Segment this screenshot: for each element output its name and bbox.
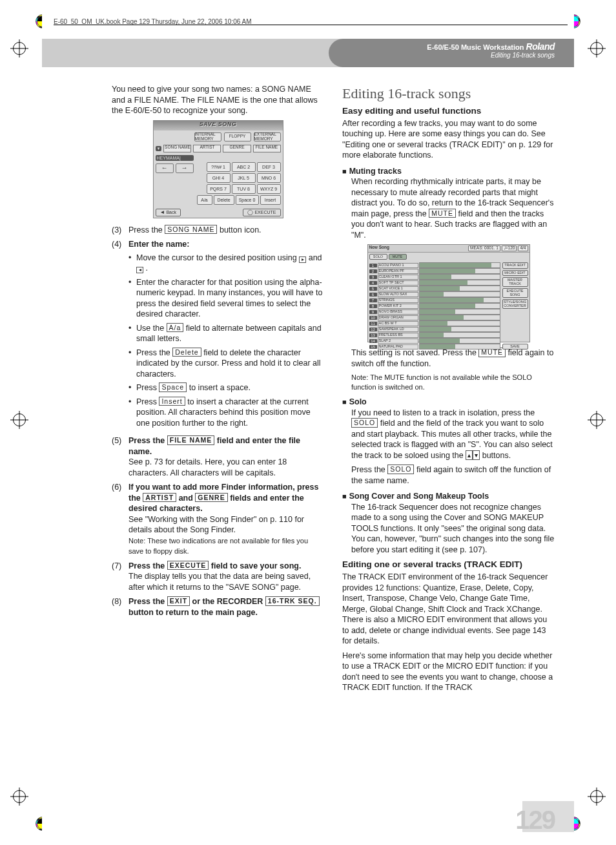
content-columns: You need to give your song two names: a … bbox=[112, 84, 555, 806]
reg-mark bbox=[13, 42, 26, 55]
down-key-icon: ▾ bbox=[473, 450, 480, 460]
solo-heading: Solo bbox=[342, 397, 555, 408]
ss-field: ARTIST bbox=[193, 145, 221, 152]
ss-field: FILE NAME bbox=[253, 145, 281, 152]
easy-heading: Easy editing and useful functions bbox=[342, 105, 555, 117]
step3-pre: Press the bbox=[128, 225, 165, 235]
note-text: Note: These two indications are not avai… bbox=[128, 537, 308, 556]
ss-tab: EXTERNAL MEMORY bbox=[254, 132, 281, 141]
reg-mark bbox=[590, 790, 603, 803]
doc-section: Editing 16-track songs bbox=[491, 52, 555, 59]
ss-arrow-left: ← bbox=[156, 163, 174, 173]
step4: Enter the name: bbox=[128, 240, 189, 249]
execute-button: EXECUTE bbox=[167, 561, 209, 570]
brand-logo: Roland bbox=[526, 41, 555, 52]
cursor-left-icon: ◂ bbox=[136, 267, 143, 273]
product-name: E-60/E-50 Music Workstation bbox=[427, 43, 524, 51]
delete-button: Delete bbox=[172, 348, 201, 357]
left-column: You need to give your song two names: a … bbox=[112, 84, 324, 806]
file-name-button: FILE NAME bbox=[167, 435, 215, 445]
space-button: Space bbox=[159, 382, 187, 392]
song-name-button: SONG NAME bbox=[165, 225, 217, 235]
genre-button: GENRE bbox=[195, 493, 227, 503]
track-screenshot: New Song MEAS: 0001. 1 ♩=120 4/4 SOLO MU… bbox=[367, 244, 530, 342]
exit-button: EXIT bbox=[167, 596, 190, 606]
cursor-right-icon: ▸ bbox=[299, 256, 306, 263]
header-tab: E-60/E-50 Music Workstation Roland Editi… bbox=[329, 39, 574, 67]
ss-title: SAVE SONG bbox=[154, 121, 283, 130]
ss-name-value: HEYMAMA| bbox=[156, 155, 194, 161]
mute-note: Note: The MUTE function is not available… bbox=[351, 373, 555, 391]
intro-text: You need to give your song two names: a … bbox=[112, 84, 324, 116]
easy-body: After recording a few tracks, you may wa… bbox=[342, 118, 555, 161]
mute-button: MUTE bbox=[429, 209, 456, 218]
solo-button: SOLO bbox=[387, 464, 414, 474]
section-title: Editing 16-track songs bbox=[342, 84, 555, 103]
ss-field: SONG NAME bbox=[163, 145, 191, 152]
page: E-60_50_OM_UK.book Page 129 Thursday, Ju… bbox=[42, 13, 574, 832]
mute-heading: Muting tracks bbox=[342, 166, 555, 177]
ss-field: GENRE bbox=[223, 145, 251, 152]
seq-button: 16-TRK SEQ. bbox=[265, 596, 320, 606]
reg-mark bbox=[590, 42, 603, 55]
ss-back: ◄ Back bbox=[156, 209, 181, 216]
insert-button: Insert bbox=[159, 397, 185, 406]
up-key-icon: ▴ bbox=[466, 450, 473, 460]
reg-mark bbox=[590, 413, 603, 426]
step3-post: button icon. bbox=[220, 225, 262, 235]
ss-arrow-right: → bbox=[176, 163, 194, 173]
right-column: Editing 16-track songs Easy editing and … bbox=[342, 84, 555, 806]
page-number: 129 bbox=[515, 806, 555, 835]
ss-tab: INTERNAL MEMORY bbox=[194, 132, 221, 141]
save-song-screenshot: SAVE SONG INTERNAL MEMORY FLOPPY EXTERNA… bbox=[153, 120, 283, 218]
header-rule bbox=[54, 25, 568, 25]
trackedit-heading: Editing one or several tracks (TRACK EDI… bbox=[342, 559, 555, 570]
reg-mark bbox=[13, 790, 26, 803]
cover-heading: Song Cover and Song Makeup Tools bbox=[342, 491, 555, 502]
reg-mark bbox=[13, 413, 26, 426]
ss-tab: FLOPPY bbox=[224, 132, 251, 141]
ss-keypad: ?!%# 1 ABC 2 DEF 3 GHI 4 JKL 5 MNO 6 PQR… bbox=[205, 162, 283, 195]
ss-execute: ◯ EXECUTE bbox=[243, 209, 280, 216]
artist-button: ARTIST bbox=[143, 493, 176, 503]
aa-button: A/a bbox=[167, 323, 184, 333]
solo-button: SOLO bbox=[351, 418, 378, 428]
